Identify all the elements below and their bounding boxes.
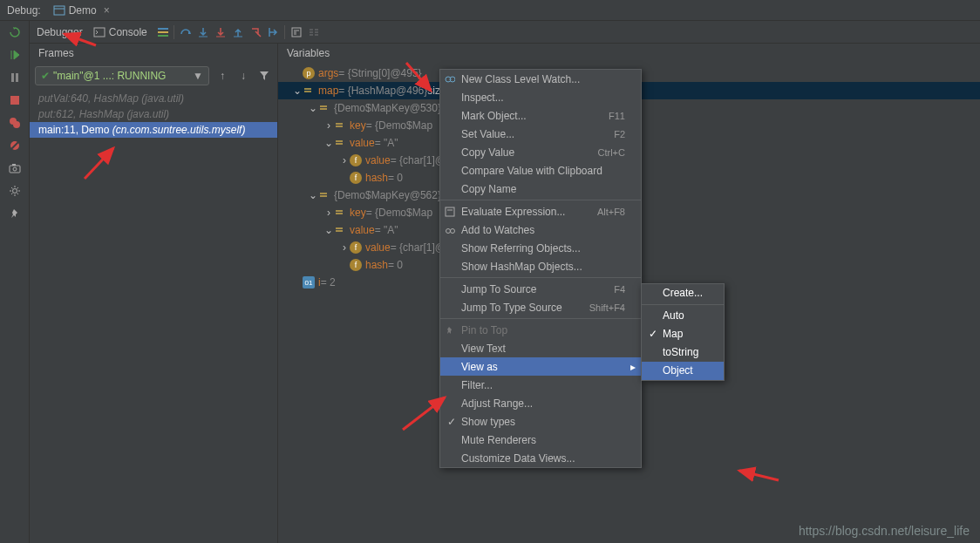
svg-rect-3 [16, 73, 18, 82]
force-step-into-icon[interactable] [214, 26, 227, 38]
svg-rect-2 [11, 73, 14, 82]
menu-item[interactable]: Jump To Type SourceShift+F4 [440, 298, 641, 316]
menu-item[interactable]: Customize Data Views... [440, 449, 641, 467]
window-icon [53, 4, 65, 17]
context-menu: New Class Level Watch...Inspect...Mark O… [439, 69, 642, 468]
stop-icon[interactable] [7, 92, 23, 108]
thread-selector[interactable]: ✔ "main"@1 ...: RUNNING ▼ [35, 66, 209, 85]
menu-item[interactable]: New Class Level Watch... [440, 70, 641, 88]
gutter [0, 21, 30, 543]
resume-icon[interactable] [7, 47, 23, 63]
menu-item[interactable]: Jump To SourceF4 [440, 280, 641, 298]
pause-icon[interactable] [7, 70, 23, 85]
frame-list: putVal:640, HashMap (java.util) put:612,… [30, 89, 277, 139]
mute-icon[interactable] [7, 138, 23, 153]
submenu-item[interactable]: ✓Map [642, 325, 724, 343]
drop-frame-icon[interactable] [249, 26, 262, 38]
watch-icon [444, 73, 456, 85]
menu-item[interactable]: Set Value...F2 [440, 125, 641, 143]
camera-icon[interactable] [7, 160, 23, 176]
pin-icon[interactable] [7, 206, 23, 221]
step-over-icon[interactable] [180, 26, 192, 38]
variables-title: Variables [278, 44, 980, 63]
menu-item[interactable]: View Text [440, 339, 641, 357]
debug-toolbar: Debugger Console [30, 21, 980, 44]
menu-item[interactable]: Filter... [440, 376, 641, 394]
svg-point-10 [13, 167, 17, 171]
settings-icon[interactable] [7, 183, 23, 199]
menu-item[interactable]: Adjust Range... [440, 394, 641, 412]
console-icon [93, 26, 105, 38]
breakpoints-icon[interactable] [7, 115, 23, 131]
svg-rect-4 [10, 96, 19, 105]
frames-title: Frames [30, 44, 277, 63]
menu-item[interactable]: Mute Renderers [440, 431, 641, 449]
svg-rect-0 [54, 6, 65, 15]
svg-point-12 [12, 189, 17, 193]
trace-icon[interactable] [308, 26, 320, 38]
svg-rect-11 [12, 164, 16, 166]
svg-rect-13 [94, 28, 105, 37]
svg-point-6 [13, 121, 20, 128]
threads-icon[interactable] [158, 28, 168, 37]
view-as-submenu: Create...Auto✓MaptoStringObject [641, 283, 725, 381]
pin-icon [444, 324, 456, 336]
debugger-tab[interactable]: Debugger [37, 26, 83, 38]
menu-item[interactable]: Show Referring Objects... [440, 239, 641, 257]
svg-point-40 [451, 228, 455, 233]
calc-icon [444, 206, 456, 218]
menu-item[interactable]: Compare Value with Clipboard [440, 161, 641, 180]
watermark: https://blog.csdn.net/leisure_life [799, 524, 970, 538]
menu-item[interactable]: Show HashMap Objects... [440, 257, 641, 275]
menu-item[interactable]: Copy Name [440, 180, 641, 198]
evaluate-icon[interactable] [290, 26, 303, 38]
menu-item[interactable]: Mark Object...F11 [440, 106, 641, 125]
frame-row[interactable]: put:612, HashMap (java.util) [30, 106, 277, 122]
submenu-item[interactable]: toString [642, 343, 724, 362]
prev-frame-icon[interactable]: ↑ [214, 68, 230, 84]
menu-item[interactable]: View as▸Create...Auto✓MaptoStringObject [440, 357, 641, 376]
menu-item[interactable]: Add to Watches [440, 221, 641, 239]
menu-item[interactable]: ✓Show types [440, 412, 641, 431]
console-tab[interactable]: Console [93, 26, 147, 38]
frame-row[interactable]: putVal:640, HashMap (java.util) [30, 91, 277, 106]
close-tab-icon[interactable]: × [104, 4, 110, 17]
filter-icon[interactable] [256, 68, 272, 84]
next-frame-icon[interactable]: ↓ [235, 68, 251, 84]
menu-item[interactable]: Evaluate Expression...Alt+F8 [440, 202, 641, 221]
submenu-item[interactable]: Auto [642, 307, 724, 325]
rerun-icon[interactable] [7, 24, 23, 40]
glasses-icon [444, 224, 456, 236]
frame-row[interactable]: main:11, Demo (cn.com.suntree.utils.myse… [30, 122, 277, 138]
menu-item[interactable]: Copy ValueCtrl+C [440, 143, 641, 161]
svg-point-39 [446, 228, 451, 233]
step-into-icon[interactable] [197, 26, 209, 38]
run-to-cursor-icon[interactable] [267, 26, 279, 38]
debug-label: Debug: [7, 4, 41, 17]
menu-item[interactable]: Pin to Top [440, 321, 641, 339]
svg-rect-9 [10, 166, 20, 173]
step-out-icon[interactable] [232, 26, 244, 38]
tab-label: Demo [69, 4, 97, 17]
menu-item[interactable]: Inspect... [440, 88, 641, 106]
debug-tab[interactable]: Demo × [48, 0, 115, 20]
svg-rect-37 [446, 207, 454, 216]
submenu-item[interactable]: Object [642, 362, 724, 380]
submenu-item[interactable]: Create... [642, 284, 724, 302]
